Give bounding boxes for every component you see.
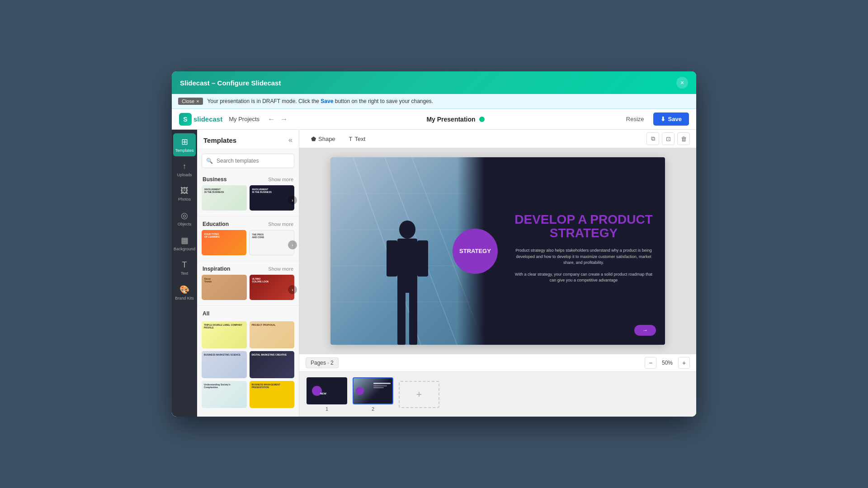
slide-body-text-1: Product strategy also helps stakeholders… — [511, 248, 656, 267]
photos-icon: 🖼 — [180, 186, 189, 196]
all-template-grid: TRIPLE DOUBLE LABEL COMPANY PROFILE PROJ… — [197, 321, 299, 412]
slide-arrow-button: → — [634, 325, 656, 336]
thumb-number-1: 1 — [326, 406, 328, 412]
top-bar-center: My Presentation — [426, 116, 484, 123]
all-template-6[interactable]: BUSINESS MANAGEMENT PRESENTATION — [250, 381, 295, 408]
sidebar-item-uploads[interactable]: ↑ Uploads — [173, 158, 196, 181]
sidebar-item-text[interactable]: T Text — [173, 257, 196, 279]
slide-text-area: DEVELOP A PRODUCT STRATEGY Product strat… — [511, 213, 656, 289]
text-tool-button[interactable]: T Text — [344, 133, 371, 145]
save-button[interactable]: ⬇ Save — [653, 113, 689, 126]
duplicate-button[interactable]: ⊡ — [662, 132, 675, 145]
app-window: Slidecast – Configure Slidecast × Close … — [172, 71, 696, 417]
search-input[interactable] — [202, 154, 294, 168]
inspiration-template-grid: DecorTrends ULTIMOCOLORE LOOK › — [197, 275, 299, 305]
draft-banner: Close × Your presentation is in DRAFT mo… — [172, 94, 696, 109]
business-template-2[interactable]: INVOLVEMENTIN THE BUSINESS — [250, 185, 295, 211]
left-sidebar: ⊞ Templates ↑ Uploads 🖼 Photos ◎ Objects… — [172, 130, 197, 417]
save-icon: ⬇ — [660, 116, 665, 122]
thumb-circle-2 — [356, 387, 364, 395]
thumb-number-2: 2 — [372, 406, 374, 412]
sidebar-item-photos[interactable]: 🖼 Photos — [173, 183, 196, 205]
window-close-button[interactable]: × — [676, 77, 688, 89]
sidebar-item-label: Text — [181, 271, 189, 276]
sidebar-item-background[interactable]: ▦ Background — [173, 232, 196, 255]
education-section-header: Education Show more — [197, 217, 299, 230]
copy-button[interactable]: ⧉ — [646, 132, 659, 145]
sidebar-item-brand-kits[interactable]: 🎨 Brand Kits — [173, 281, 196, 304]
canvas-area: ⬟ Shape T Text ⧉ ⊡ 🗑 — [299, 130, 696, 417]
undo-button[interactable]: ← — [266, 114, 277, 124]
thumb-slide-2 — [353, 377, 393, 404]
titlebar: Slidecast – Configure Slidecast × — [172, 71, 696, 94]
canvas-footer: Pages · 2 − 50% + — [299, 354, 696, 371]
education-next-button[interactable]: › — [288, 240, 297, 249]
all-template-5[interactable]: Understanding Society's Complexities — [202, 381, 247, 408]
canvas-main: STRATEGY DEVELOP A PRODUCT STRATEGY Prod… — [299, 148, 696, 354]
all-template-4[interactable]: DIGITAL MARKETING CREATIVE — [250, 351, 295, 378]
text-tool-icon: T — [349, 136, 353, 142]
sidebar-item-templates[interactable]: ⊞ Templates — [173, 133, 196, 156]
collapse-panel-button[interactable]: « — [288, 136, 292, 144]
inspiration-show-more[interactable]: Show more — [268, 266, 293, 272]
thumbnail-1[interactable]: NEW 1 — [307, 377, 347, 412]
education-template-2[interactable]: THE PROSAND CONS — [249, 230, 295, 255]
all-section-title: All — [203, 310, 209, 317]
add-slide-button[interactable]: + — [399, 381, 439, 408]
main-content: ⊞ Templates ↑ Uploads 🖼 Photos ◎ Objects… — [172, 130, 696, 417]
thumbnails-bar: NEW 1 — [299, 371, 696, 417]
objects-icon: ◎ — [181, 211, 188, 221]
my-projects-link[interactable]: My Projects — [229, 116, 259, 122]
inspiration-template-1[interactable]: DecorTrends — [202, 275, 247, 300]
logo-text: slidecast — [193, 115, 222, 123]
thumbnail-2[interactable]: 2 — [353, 377, 393, 412]
inspiration-next-button[interactable]: › — [288, 285, 297, 294]
zoom-out-button[interactable]: − — [645, 357, 656, 369]
education-show-more[interactable]: Show more — [268, 221, 293, 227]
all-template-2[interactable]: PROJECT PROPOSAL — [250, 321, 295, 348]
shape-tool-button[interactable]: ⬟ Shape — [306, 133, 341, 145]
thumb-slide-1: NEW — [307, 377, 347, 404]
resize-button[interactable]: Resize — [622, 113, 649, 125]
all-template-3[interactable]: BUSINESS MARKETING SCIENCE — [202, 351, 247, 378]
templates-panel: Templates « 🔍 Business Show more INVOLVE… — [197, 130, 299, 417]
canvas-toolbar: ⬟ Shape T Text ⧉ ⊡ 🗑 — [299, 130, 696, 148]
templates-panel-title: Templates — [203, 136, 236, 144]
business-next-button[interactable]: › — [288, 196, 297, 205]
sidebar-item-label: Uploads — [177, 173, 192, 177]
svg-rect-10 — [409, 288, 417, 345]
business-section-header: Business Show more — [197, 173, 299, 185]
redo-button[interactable]: → — [278, 114, 289, 124]
top-bar-right: Resize ⬇ Save — [622, 113, 689, 126]
all-template-1[interactable]: TRIPLE DOUBLE LABEL COMPANY PROFILE — [202, 321, 247, 348]
sidebar-item-label: Photos — [178, 197, 191, 202]
draft-close-button[interactable]: Close × — [178, 98, 203, 105]
zoom-value: 50% — [659, 360, 675, 366]
sidebar-item-label: Objects — [178, 222, 192, 226]
logo-icon: S — [179, 113, 192, 126]
business-show-more[interactable]: Show more — [268, 177, 293, 182]
svg-rect-8 — [397, 239, 417, 293]
education-section-title: Education — [203, 221, 229, 227]
all-section-header: All — [197, 307, 299, 321]
business-template-grid: INVOLVEMENTIN THE BUSINESS INVOLVEMENTIN… — [197, 185, 299, 215]
pages-button[interactable]: Pages · 2 — [306, 357, 339, 368]
inspiration-template-2[interactable]: ULTIMOCOLORE LOOK — [250, 275, 295, 300]
status-indicator — [479, 117, 485, 122]
svg-rect-9 — [397, 288, 406, 345]
sidebar-item-label: Background — [174, 247, 195, 251]
business-template-1[interactable]: INVOLVEMENTIN THE BUSINESS — [202, 185, 247, 211]
education-template-1[interactable]: FOUR TYPESOF LEARNING — [202, 230, 246, 255]
presentation-name: My Presentation — [426, 116, 475, 123]
brand-kits-icon: 🎨 — [179, 285, 189, 295]
zoom-in-button[interactable]: + — [678, 357, 690, 369]
delete-button[interactable]: 🗑 — [677, 132, 690, 145]
inspiration-section-title: Inspiration — [203, 266, 230, 272]
canvas-tools-left: ⬟ Shape T Text — [306, 133, 371, 145]
nav-arrows: ← → — [266, 114, 289, 124]
svg-rect-12 — [417, 240, 428, 277]
business-section-title: Business — [203, 176, 226, 183]
zoom-controls: − 50% + — [645, 357, 690, 369]
sidebar-item-objects[interactable]: ◎ Objects — [173, 207, 196, 230]
slide-heading: DEVELOP A PRODUCT STRATEGY — [511, 213, 656, 241]
